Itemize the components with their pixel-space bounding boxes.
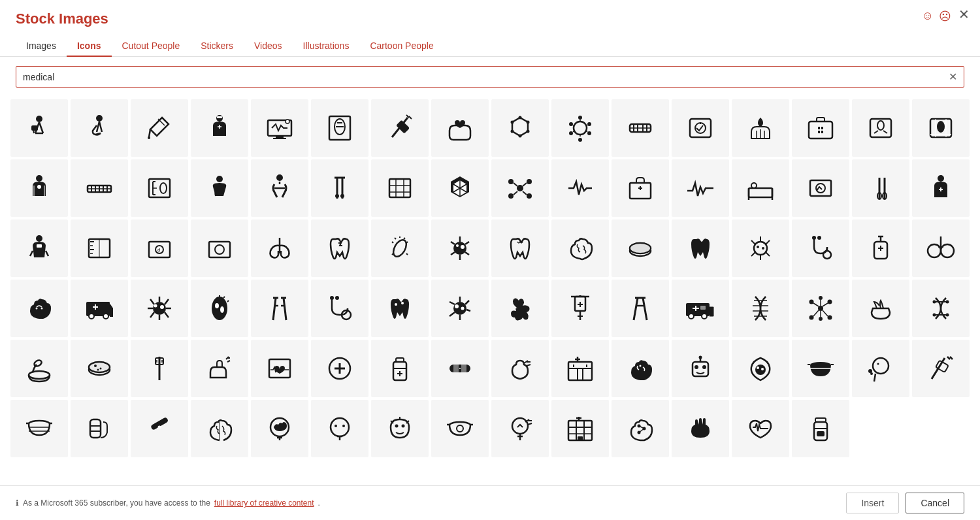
icon-virus-3[interactable]	[431, 280, 489, 337]
icon-coronavirus[interactable]	[131, 280, 188, 337]
icon-band-aid[interactable]	[131, 400, 188, 457]
icon-tooth-2[interactable]	[672, 219, 729, 277]
icon-hand-heart[interactable]	[431, 99, 489, 157]
icon-fever-2[interactable]	[491, 400, 549, 457]
icon-dropper[interactable]	[131, 99, 188, 157]
icon-surgeon[interactable]	[10, 219, 68, 277]
icon-body-scan[interactable]	[912, 99, 970, 157]
icon-crutches[interactable]	[251, 280, 308, 337]
icon-bacteria[interactable]	[371, 219, 429, 277]
icon-body-measurement[interactable]	[852, 99, 909, 157]
icon-physical-therapy[interactable]	[251, 159, 308, 217]
icon-female-doctor[interactable]	[10, 159, 68, 217]
icon-hexagon-molecule[interactable]	[491, 99, 549, 157]
icon-bandage[interactable]	[431, 340, 489, 397]
icon-germ[interactable]	[491, 280, 549, 337]
icon-dna[interactable]	[732, 280, 789, 337]
icon-lungs-2[interactable]	[912, 219, 970, 277]
icon-mortar-pestle[interactable]	[10, 340, 68, 397]
tab-cartoon-people[interactable]: Cartoon People	[359, 35, 444, 56]
icon-first-aid-kit[interactable]	[792, 99, 849, 157]
search-input[interactable]	[23, 72, 949, 82]
icon-hexagon-2[interactable]	[431, 159, 489, 217]
icon-molecule-ring[interactable]	[551, 99, 609, 157]
icon-syringe[interactable]	[371, 99, 429, 157]
icon-handwash[interactable]	[191, 340, 248, 397]
icon-virus-2[interactable]	[732, 219, 789, 277]
icon-nurse[interactable]	[912, 159, 970, 217]
icon-stethoscope-2[interactable]	[311, 280, 368, 337]
icon-weight-measurement[interactable]: d	[131, 219, 188, 277]
close-button[interactable]: ✕	[958, 7, 970, 22]
icon-hand-wash-2[interactable]	[672, 400, 729, 457]
icon-braces[interactable]	[612, 99, 669, 157]
icon-herb-bowl[interactable]	[852, 280, 909, 337]
icon-virus[interactable]	[431, 219, 489, 277]
icon-brain-4[interactable]	[612, 400, 669, 457]
icon-ambulance-2[interactable]	[672, 280, 729, 337]
icon-fever[interactable]	[491, 340, 549, 397]
icon-hospital[interactable]	[551, 340, 609, 397]
tab-cutout-people[interactable]: Cutout People	[112, 35, 191, 56]
icon-tooth-broken[interactable]	[311, 219, 368, 277]
icon-heartbeat[interactable]	[551, 159, 609, 217]
icon-crutch[interactable]	[612, 280, 669, 337]
icons-grid-container[interactable]: d	[0, 97, 980, 485]
icon-braces-2[interactable]	[71, 159, 128, 217]
icon-brain[interactable]	[551, 219, 609, 277]
icon-virus-shield[interactable]	[732, 340, 789, 397]
icon-weight-gauge[interactable]	[792, 159, 849, 217]
icon-molecule-3[interactable]	[792, 280, 849, 337]
tab-images[interactable]: Images	[16, 35, 67, 56]
icon-patient-monitor[interactable]	[251, 99, 308, 157]
icon-brain-scan[interactable]	[251, 400, 308, 457]
search-clear-button[interactable]: ✕	[949, 71, 957, 83]
icon-surgery-tools[interactable]	[852, 159, 909, 217]
tab-icons[interactable]: Icons	[67, 35, 112, 56]
icon-petri-dish-2[interactable]	[71, 340, 128, 397]
icon-medical-tools[interactable]	[311, 159, 368, 217]
icon-head-outline[interactable]	[311, 400, 368, 457]
icon-weight-loss[interactable]	[191, 219, 248, 277]
icon-toothbrush[interactable]	[131, 340, 188, 397]
icon-brain-3[interactable]	[191, 400, 248, 457]
icon-mask-3[interactable]	[431, 400, 489, 457]
icon-molecule-2[interactable]	[491, 159, 549, 217]
icon-mask[interactable]	[792, 340, 849, 397]
icon-bacteria-2[interactable]	[191, 280, 248, 337]
icon-medical-cross[interactable]	[311, 340, 368, 397]
sad-feedback-icon[interactable]: ☹	[939, 9, 951, 24]
icon-stethoscope[interactable]	[792, 219, 849, 277]
icon-medicine-bottle[interactable]	[371, 340, 429, 397]
cancel-button[interactable]: Cancel	[906, 493, 964, 513]
icon-body-scan-2[interactable]	[371, 159, 429, 217]
icon-medical-robot[interactable]	[672, 340, 729, 397]
icon-doctor[interactable]	[191, 99, 248, 157]
icon-lungs[interactable]	[251, 219, 308, 277]
icon-mental-health[interactable]	[10, 280, 68, 337]
icon-ekg[interactable]	[672, 159, 729, 217]
tab-stickers[interactable]: Stickers	[190, 35, 244, 56]
icon-pill-bottle[interactable]	[792, 400, 849, 457]
icon-hospital-building[interactable]	[551, 400, 609, 457]
icon-heartbeat-2[interactable]	[251, 340, 308, 397]
icon-tooth-outline[interactable]	[491, 219, 549, 277]
icon-mask-2[interactable]	[10, 400, 68, 457]
icon-hospital-bed[interactable]	[732, 159, 789, 217]
icon-weight-scale[interactable]	[672, 99, 729, 157]
icon-ambulance[interactable]	[71, 280, 128, 337]
happy-feedback-icon[interactable]: ☺	[922, 9, 934, 24]
footer-link[interactable]: full library of creative content	[214, 498, 314, 508]
icon-tooth-3[interactable]	[371, 280, 429, 337]
icon-medical-kit[interactable]	[612, 159, 669, 217]
icon-head-profile[interactable]	[852, 340, 909, 397]
icon-brain-2[interactable]	[612, 340, 669, 397]
icon-blood-bag[interactable]	[852, 219, 909, 277]
icon-arm-sling[interactable]	[71, 99, 128, 157]
icon-height-measurement[interactable]	[131, 159, 188, 217]
icon-xray[interactable]	[311, 99, 368, 157]
icon-bandage-tube[interactable]	[71, 400, 128, 457]
icon-virus-face[interactable]	[371, 400, 429, 457]
insert-button[interactable]: Insert	[846, 493, 899, 513]
icon-massage[interactable]	[191, 159, 248, 217]
